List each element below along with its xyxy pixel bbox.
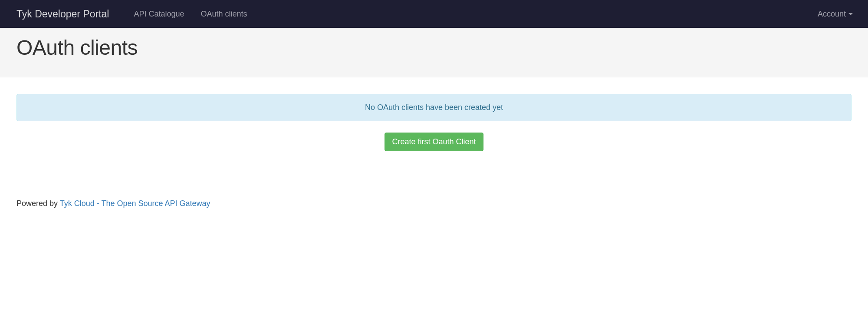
create-button-row: Create first Oauth Client [16, 133, 852, 151]
create-first-oauth-client-button[interactable]: Create first Oauth Client [385, 133, 483, 151]
caret-down-icon [848, 13, 853, 15]
account-label: Account [818, 10, 846, 19]
nav-item-account: Account [811, 1, 859, 27]
nav-links: API Catalogue OAuth clients [125, 1, 811, 27]
footer: Powered by Tyk Cloud - The Open Source A… [0, 199, 868, 217]
top-navbar: Tyk Developer Portal API Catalogue OAuth… [0, 0, 868, 28]
account-dropdown[interactable]: Account [811, 1, 859, 27]
nav-right: Account [811, 1, 859, 27]
page-header-section: OAuth clients [0, 28, 868, 77]
footer-tyk-link[interactable]: Tyk Cloud - The Open Source API Gateway [60, 199, 210, 208]
nav-link-api-catalogue[interactable]: API Catalogue [125, 1, 192, 27]
nav-item-oauth-clients: OAuth clients [193, 1, 256, 27]
brand-link[interactable]: Tyk Developer Portal [16, 8, 109, 20]
nav-item-api-catalogue: API Catalogue [125, 1, 192, 27]
nav-link-oauth-clients[interactable]: OAuth clients [193, 1, 256, 27]
no-clients-alert: No OAuth clients have been created yet [16, 94, 852, 121]
footer-powered-by-text: Powered by [16, 199, 60, 208]
page-title: OAuth clients [16, 36, 852, 60]
main-content: No OAuth clients have been created yet C… [0, 77, 868, 151]
